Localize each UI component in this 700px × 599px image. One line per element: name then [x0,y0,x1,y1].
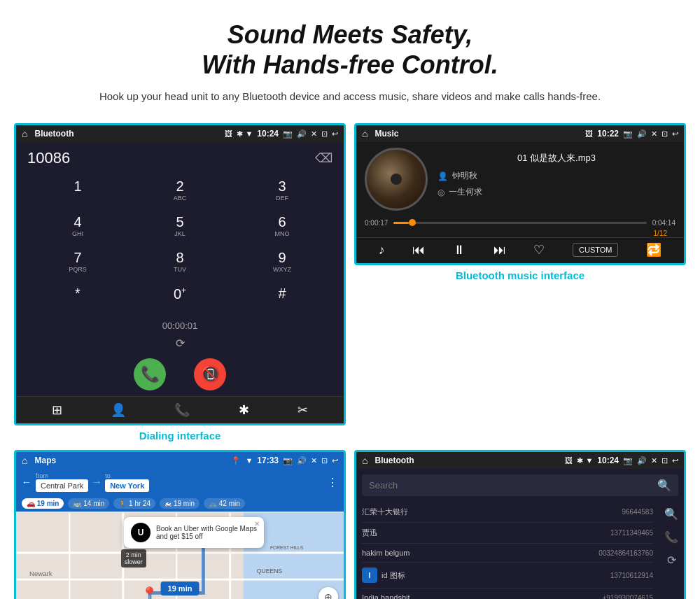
uber-text: Book an Uber with Google Maps and get $1… [156,525,257,540]
dial-bottom-bar: ⊞ 👤 📞 ✱ ✂ [16,396,344,423]
bluetooth-icon[interactable]: ✱ [239,402,249,418]
hangup-button[interactable]: 📵 [194,358,226,390]
map-back-arrow[interactable]: ← [22,477,31,488]
contact-name-1: 汇荣十大银行 [362,507,408,517]
back-map[interactable]: ↩ [332,456,338,465]
dialing-screen: ⌂ Bluetooth 🖼 ✱ ▼ 10:24 📷 🔊 ✕ ⊡ ↩ 10086 … [14,123,346,425]
repeat-icon[interactable]: 🔁 [646,242,662,258]
search-side-icon[interactable]: 🔍 [664,507,678,521]
uber-close[interactable]: ✕ [254,520,260,528]
status-icons: ✱ ▼ [237,129,253,139]
contact-name-4: id 图标 [382,570,405,581]
artist-name: 钟明秋 [452,170,477,182]
album-art [365,148,428,211]
gps-icon: 📍 [231,456,241,465]
win-pb: ⊡ [662,456,668,465]
call-timer: 00:00:01 [16,318,344,334]
contact-row-5[interactable]: India handshit +919930074615 [362,589,653,599]
dialpad-icon[interactable]: ⊞ [52,402,62,418]
map-body: Newark New York QUEENS BROOKLYN FOREST H… [16,512,344,599]
uber-popup: U Book an Uber with Google Maps and get … [124,517,264,548]
route-bus[interactable]: 🚌 14 min [68,498,109,509]
key-9[interactable]: 9WXYZ [232,244,332,279]
more-options-icon[interactable]: ⋮ [327,476,338,489]
key-0[interactable]: 0+ [130,280,230,315]
custom-button[interactable]: CUSTOM [573,243,618,257]
phone-side-icon[interactable]: 📞 [664,530,678,544]
home-icon[interactable]: ⌂ [22,128,27,139]
search-input[interactable] [369,480,652,491]
search-icon[interactable]: 🔍 [657,479,671,492]
route-walk[interactable]: 🚶 1 hr 24 [113,498,155,509]
key-1[interactable]: 1 [27,173,128,207]
side-icons-col: 🔍 📞 ⟳ [659,502,684,599]
next-icon[interactable]: ⏭ [493,243,506,258]
home-icon-map[interactable]: ⌂ [22,455,27,466]
page-header: Sound Meets Safety, With Hands-free Cont… [0,0,700,116]
phone-icon[interactable]: 📞 [174,402,190,418]
back-pb[interactable]: ↩ [672,456,678,465]
route-moto[interactable]: 🏍 19 min [160,498,200,509]
contacts-icon[interactable]: 👤 [111,402,126,418]
win-music: ⊡ [662,129,668,139]
music-screen: ⌂ Music 🖼 10:22 📷 🔊 ✕ ⊡ ↩ 01 似是故人来.mp3 👤… [354,123,686,265]
key-7[interactable]: 7PQRS [27,244,128,279]
back-icon[interactable]: ↩ [332,129,338,139]
favorite-icon[interactable]: ♡ [533,242,545,258]
track-count: 1/12 [654,230,676,237]
contact-list: 汇荣十大银行 96644583 贾迅 13711349465 [356,502,659,599]
dial-display: 10086 ⌫ [16,142,344,170]
key-star[interactable]: * [27,280,128,315]
disc-icon: ◎ [438,188,444,197]
win-map: ⊡ [321,456,328,465]
progress-bar[interactable] [393,222,646,224]
signal-icon: ▼ [245,456,253,465]
key-4[interactable]: 4GHI [27,209,128,243]
call-buttons: 📞 📵 [16,353,344,396]
media-icon: 🖼 [225,129,232,138]
contact-row-2[interactable]: 贾迅 13711349465 [362,523,653,544]
search-bar: 🔍 [362,474,678,496]
key-2[interactable]: 2ABC [130,173,230,207]
route-bike[interactable]: 🚲 42 min [204,498,245,509]
key-3[interactable]: 3DEF [232,173,332,207]
contact-name-2: 贾迅 [362,528,377,538]
contact-num-5: +919930074615 [602,594,653,599]
backspace-icon[interactable]: ⌫ [315,150,332,166]
svg-text:Newark: Newark [29,570,52,577]
contact-row-3[interactable]: hakim belgum 00324864163760 [362,544,653,563]
music-label: Bluetooth music interface [456,269,584,281]
time-current: 0:00:17 [365,219,388,227]
subtitle-text: Hook up your head unit to any Bluetooth … [28,88,672,105]
refresh-icon[interactable]: ⟳ [16,334,344,353]
contact-row-4[interactable]: I id 图标 13710612914 [362,563,653,589]
answer-button[interactable]: 📞 [134,358,166,390]
refresh-side-icon[interactable]: ⟳ [667,554,676,567]
contact-num-4: 13710612914 [610,572,653,579]
title-line2: With Hands-free Control. [202,50,498,79]
cam-map: 📷 [283,456,293,465]
contact-row-1[interactable]: 汇荣十大银行 96644583 [362,502,653,523]
key-8[interactable]: 8TUV [130,244,230,279]
route-car[interactable]: 🚗 19 min [22,498,64,509]
settings-icon[interactable]: ✂ [298,402,308,418]
prev-icon[interactable]: ⏮ [412,243,425,258]
keypad: 1 2ABC 3DEF 4GHI 5JKL 6MNO 7PQRS 8TUV 9W… [16,170,344,318]
close-map: ✕ [311,456,317,465]
key-hash[interactable]: # [232,280,332,315]
home-icon-music[interactable]: ⌂ [362,128,368,139]
key-6[interactable]: 6MNO [232,209,332,243]
home-icon-pb[interactable]: ⌂ [362,455,368,466]
dialing-status-bar: ⌂ Bluetooth 🖼 ✱ ▼ 10:24 📷 🔊 ✕ ⊡ ↩ [16,125,344,142]
pb-status-icons: ✱ ▼ [577,456,593,465]
artist-row: 👤 钟明秋 [438,170,676,182]
key-5[interactable]: 5JKL [130,209,230,243]
back-music[interactable]: ↩ [672,129,678,139]
playlist-icon[interactable]: ♪ [379,243,385,258]
camera-icon: 📷 [283,129,293,139]
play-pause-icon[interactable]: ⏸ [453,243,465,258]
svg-text:QUEENS: QUEENS [257,568,283,575]
route-options: 🚗 19 min 🚌 14 min 🚶 1 hr 24 🏍 19 min 🚲 4… [16,495,344,512]
contact-num-1: 96644583 [622,508,654,516]
vol-music: 🔊 [637,129,647,139]
